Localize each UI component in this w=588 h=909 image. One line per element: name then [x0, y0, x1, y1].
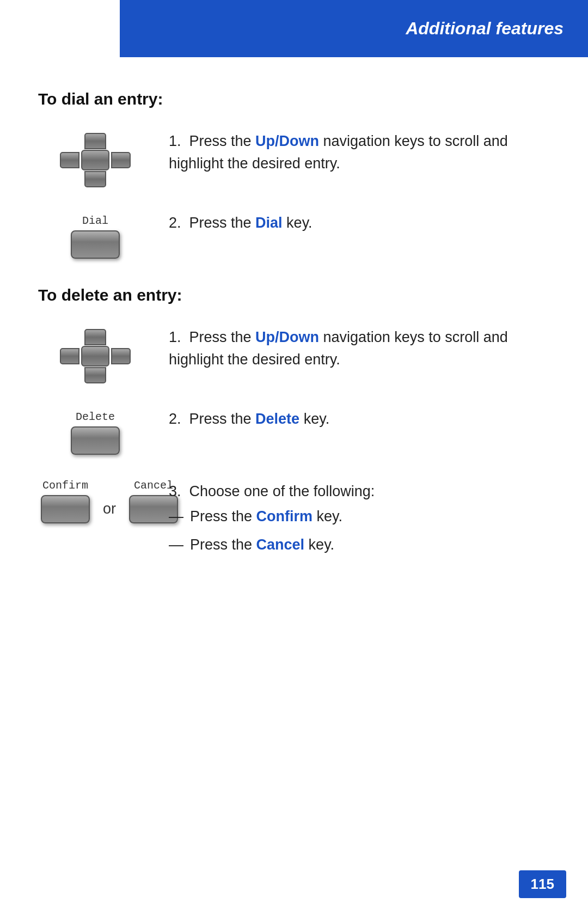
delete-key-wrapper: Delete: [71, 411, 120, 455]
nav-top-arrow-2: [84, 329, 106, 345]
updown-key-ref-1: Up/Down: [255, 133, 319, 149]
nav-center-pad-2: [81, 346, 109, 367]
nav-left-arrow-2: [60, 348, 79, 364]
confirm-key-label: Confirm: [42, 479, 88, 492]
dial-key-button-icon: [71, 230, 120, 259]
nav-right-arrow-2: [111, 348, 131, 364]
updown-key-ref-2: Up/Down: [255, 329, 319, 345]
dial-step-2-row: Dial 2. Press the Dial key.: [38, 212, 544, 259]
delete-step-1-row: 1. Press the Up/Down navigation keys to …: [38, 326, 544, 383]
nav-key-icon-col-2: [38, 326, 152, 383]
main-content: To dial an entry: 1. Press the Up/Down n…: [0, 57, 588, 909]
header-bar: Additional features: [120, 0, 588, 57]
dial-step-1-row: 1. Press the Up/Down navigation keys to …: [38, 130, 544, 187]
delete-key-label: Delete: [76, 411, 115, 423]
dash-2: —: [169, 533, 183, 558]
section-delete-heading: To delete an entry:: [38, 286, 544, 304]
nav-dpad-icon-1: [60, 133, 131, 187]
nav-center-pad: [81, 150, 109, 170]
dial-key-label: Dial: [82, 215, 108, 227]
nav-right-arrow: [111, 152, 131, 168]
delete-step-1-text: 1. Press the Up/Down navigation keys to …: [152, 326, 544, 370]
confirm-key-ref: Confirm: [252, 504, 313, 529]
delete-key-ref: Delete: [255, 411, 299, 427]
section-dial-heading: To dial an entry:: [38, 90, 544, 108]
delete-step-3-text: 3. Choose one of the following: — Press …: [152, 479, 544, 561]
nav-dpad-icon-2: [60, 329, 131, 383]
dial-key-wrapper: Dial: [71, 215, 120, 259]
dial-key-ref: Dial: [255, 215, 283, 231]
delete-step-2-row: Delete 2. Press the Delete key.: [38, 408, 544, 455]
delete-key-icon-col: Delete: [38, 408, 152, 455]
nav-bottom-arrow-2: [84, 367, 106, 383]
nav-key-icon-col-1: [38, 130, 152, 187]
dial-step-2-text: 2. Press the Dial key.: [152, 212, 544, 234]
delete-step-3-row: Confirm or Cancel 3. Choose one of the f…: [38, 479, 544, 561]
page-title: Additional features: [406, 19, 564, 39]
dial-step-1-text: 1. Press the Up/Down navigation keys to …: [152, 130, 544, 174]
nav-left-arrow: [60, 152, 79, 168]
nav-bottom-arrow: [84, 171, 106, 187]
page-number: 115: [519, 870, 566, 898]
confirm-sub-step: — Press the Confirm key.: [169, 504, 544, 529]
nav-top-arrow: [84, 133, 106, 149]
dash-1: —: [169, 504, 183, 529]
confirm-cancel-icon-col: Confirm or Cancel: [38, 479, 152, 529]
confirm-key-button-icon: [41, 495, 90, 523]
delete-key-button-icon: [71, 426, 120, 455]
or-label: or: [90, 485, 129, 517]
cancel-key-ref: Cancel: [252, 533, 304, 558]
delete-step-2-text: 2. Press the Delete key.: [152, 408, 544, 430]
dial-key-icon-col: Dial: [38, 212, 152, 259]
cancel-sub-step: — Press the Cancel key.: [169, 533, 544, 558]
confirm-key-wrapper: Confirm: [41, 479, 90, 523]
